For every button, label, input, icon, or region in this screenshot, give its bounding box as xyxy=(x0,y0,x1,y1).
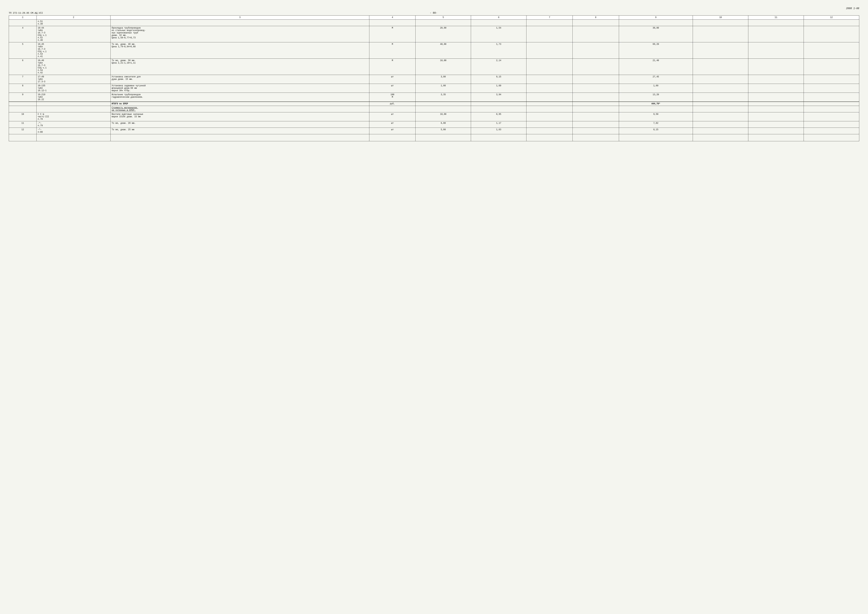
cell-subtitle-col9 xyxy=(619,106,693,112)
cell-row11-col9: 7,02 xyxy=(619,121,693,128)
cell-row12-col9: 8,15 xyxy=(619,128,693,134)
cell-row6-col8 xyxy=(573,59,619,75)
cell-row5-col5: 40,00 xyxy=(415,42,471,59)
table-row-total: ИТОГО по ЕРЕРруб.444,70* xyxy=(9,102,859,106)
table-row: 816–135 табл 16.12–1Установка задвижки ч… xyxy=(9,84,859,93)
cell-row5-col9: 69,20 xyxy=(619,42,693,59)
cell-row8-col7 xyxy=(527,84,573,93)
cell-total-col12 xyxy=(804,102,859,106)
cell-empty-col7 xyxy=(527,134,573,141)
table-row: 11–"– п.79То же, диам. 20 мм.шт6,001,177… xyxy=(9,121,859,128)
cell-row6-col3: То же, диам. 50 мм. Цена 2,21–1,18+1,11 xyxy=(110,59,369,75)
cell-total-col5 xyxy=(415,102,471,106)
page-num: - 88- xyxy=(430,12,437,14)
cell-row6-col6: 2,14 xyxy=(471,59,527,75)
cell-row7-col2: 17–49 табл 17.3–3 xyxy=(37,75,110,84)
table-row: 516–45 табл 16.7–3 ССЦ ч.1 п.53 п.41То ж… xyxy=(9,42,859,59)
cell-total-col10 xyxy=(693,102,748,106)
cell-row5-col2: 16–45 табл 16.7–3 ССЦ ч.1 п.53 п.41 xyxy=(37,42,110,59)
cell-subtitle-col5 xyxy=(415,106,471,112)
cell-row11-col3: То же, диам. 20 мм. xyxy=(110,121,369,128)
cell-row5-col10 xyxy=(693,42,748,59)
cell-row12-col5: 5,00 xyxy=(415,128,471,134)
cell-subtitle-col12 xyxy=(804,106,859,112)
cell-subtitle-col11 xyxy=(748,106,804,112)
cell-row8-col1: 8 xyxy=(9,84,37,93)
cell-row10-col6: 0,95 xyxy=(471,112,527,121)
cell-subtitle-col10 xyxy=(693,106,748,112)
cell-row0-col9 xyxy=(619,20,693,26)
cell-total-col7 xyxy=(527,102,573,106)
table-row: 717–49 табл 17.3–3Установка смесителя дл… xyxy=(9,75,859,84)
cell-row0-col12 xyxy=(804,20,859,26)
cell-row4-col10 xyxy=(693,26,748,42)
cell-row12-col1: 12 xyxy=(9,128,37,134)
cell-row10-col12 xyxy=(804,112,859,121)
cell-row4-col3: Прокладка трубопроводов из стальных водо… xyxy=(110,26,369,42)
cell-empty-col4 xyxy=(369,134,415,141)
cell-row0-col3 xyxy=(110,20,369,26)
col-header-7: 7 xyxy=(527,16,573,20)
cell-empty-col1 xyxy=(9,134,37,141)
cell-row7-col9: 27,45 xyxy=(619,75,693,84)
cell-row11-col10 xyxy=(693,121,748,128)
table-row: 916–219 табл 16.22Испытание трубопроводо… xyxy=(9,93,859,102)
table-row-subtitle: Стоимость материалов, не учтенных в ЕРЕР… xyxy=(9,106,859,112)
cell-row12-col11 xyxy=(748,128,804,134)
cell-empty-col2 xyxy=(37,134,110,141)
cell-row11-col8 xyxy=(573,121,619,128)
cell-row11-col12 xyxy=(804,121,859,128)
cell-row8-col12 xyxy=(804,84,859,93)
doc-ref: ТП 272-11-29.85 СМ.АД.VII xyxy=(9,12,43,14)
cell-total-col4: руб. xyxy=(369,102,415,106)
cell-row8-col3: Установка задвижки чугунной фланцевой ди… xyxy=(110,84,369,93)
cell-row4-col8 xyxy=(573,26,619,42)
cell-empty-col9 xyxy=(619,134,693,141)
cell-row7-col6: 9,15 xyxy=(471,75,527,84)
cell-row0-col7 xyxy=(527,20,573,26)
cell-row12-col8 xyxy=(573,128,619,134)
cell-row8-col9: 1,60 xyxy=(619,84,693,93)
cell-row12-col4: шт xyxy=(369,128,415,134)
cell-row0-col1 xyxy=(9,20,37,26)
cell-row6-col7 xyxy=(527,59,573,75)
cell-row7-col1: 7 xyxy=(9,75,37,84)
cell-row11-col5: 6,00 xyxy=(415,121,471,128)
cell-subtitle-col8 xyxy=(573,106,619,112)
cell-row4-col9: 30,80 xyxy=(619,26,693,42)
cell-row10-col5: 10,00 xyxy=(415,112,471,121)
cell-row4-col5: 20,00 xyxy=(415,26,471,42)
table-row: 616–46 табл 16.7–3 ССЦ ч.1 п.54 п.42То ж… xyxy=(9,59,859,75)
cell-row0-col11 xyxy=(748,20,804,26)
cell-row10-col8 xyxy=(573,112,619,121)
cell-row9-col4: 100 М xyxy=(369,93,415,102)
cell-row6-col4: М xyxy=(369,59,415,75)
cell-row0-col6 xyxy=(471,20,527,26)
main-table: 1 2 3 4 5 6 7 8 9 10 11 12 п.51 п.39 416… xyxy=(9,16,859,141)
cell-row5-col12 xyxy=(804,42,859,59)
cell-row8-col11 xyxy=(748,84,804,93)
col-header-9: 9 xyxy=(619,16,693,20)
cell-row9-col5: 3,35 xyxy=(415,93,471,102)
cell-row5-col1: 5 xyxy=(9,42,37,59)
cell-row11-col2: –"– п.79 xyxy=(37,121,110,128)
cell-row7-col11 xyxy=(748,75,804,84)
cell-row5-col8 xyxy=(573,42,619,59)
cell-row4-col1: 4 xyxy=(9,26,37,42)
cell-row0-col10 xyxy=(693,20,748,26)
cell-row12-col6: 1,63 xyxy=(471,128,527,134)
cell-subtitle-col6 xyxy=(471,106,527,112)
cell-row11-col1: 11 xyxy=(9,121,37,128)
cell-row10-col2: С С Ц часть-III п.78 xyxy=(37,112,110,121)
cell-row9-col7 xyxy=(527,93,573,102)
cell-row8-col2: 16–135 табл 16.12–1 xyxy=(37,84,110,93)
cell-subtitle-col7 xyxy=(527,106,573,112)
cell-row5-col6: 1,73 xyxy=(471,42,527,59)
cell-row9-col8 xyxy=(573,93,619,102)
cell-subtitle-col3: Стоимость материалов, не учтенных в ЕРЕР… xyxy=(110,106,369,112)
cell-row0-col5 xyxy=(415,20,471,26)
cell-total-col3: ИТОГО по ЕРЕР xyxy=(110,102,369,106)
col-header-6: 6 xyxy=(471,16,527,20)
cell-row6-col1: 6 xyxy=(9,59,37,75)
col-header-12: 12 xyxy=(804,16,859,20)
